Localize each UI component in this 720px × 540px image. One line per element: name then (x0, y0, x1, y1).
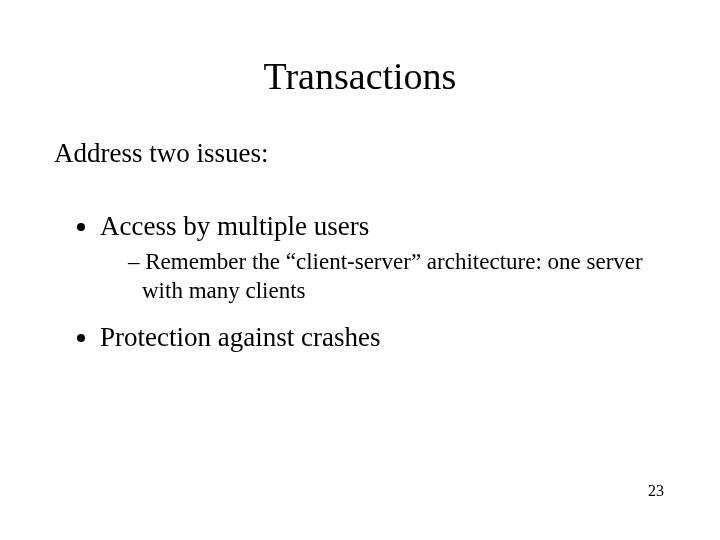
list-item: Access by multiple users Remember the “c… (100, 211, 666, 306)
bullet-list: Access by multiple users Remember the “c… (54, 211, 666, 353)
bullet-text: Protection against crashes (100, 322, 380, 352)
slide: Transactions Address two issues: Access … (0, 0, 720, 540)
slide-intro: Address two issues: (54, 138, 666, 169)
slide-title: Transactions (54, 54, 666, 98)
sub-list-item: Remember the “client-server” architectur… (128, 248, 666, 306)
page-number: 23 (648, 482, 664, 500)
sub-list: Remember the “client-server” architectur… (100, 248, 666, 306)
list-item: Protection against crashes (100, 322, 666, 353)
bullet-text: Access by multiple users (100, 211, 369, 241)
